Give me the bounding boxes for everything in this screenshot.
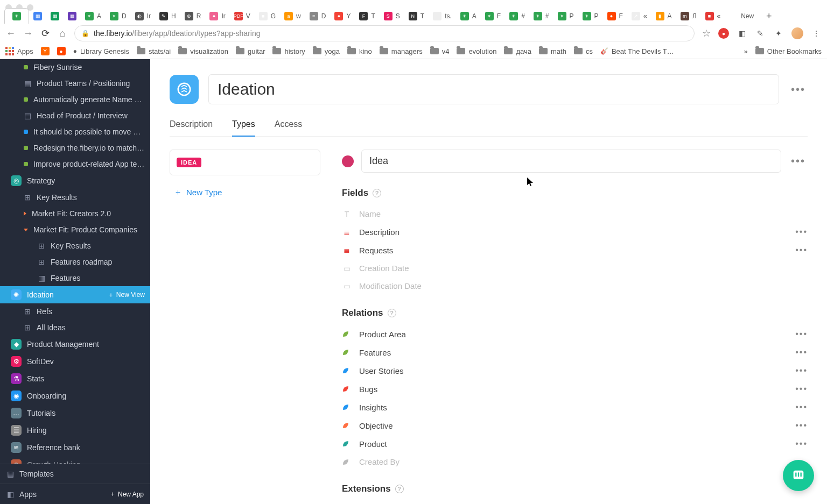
browser-tab[interactable]: ✴# xyxy=(505,9,529,24)
sidebar-item[interactable]: ▥Features xyxy=(0,270,150,286)
sidebar-item[interactable]: Fibery Sunrise xyxy=(0,59,150,75)
bookmark-item[interactable]: guitar xyxy=(236,47,265,55)
browser-tab[interactable]: mЛ xyxy=(676,9,701,24)
browser-tab[interactable]: NT xyxy=(404,9,429,24)
sidebar-item[interactable]: ⊕Growth Hacking xyxy=(0,456,150,464)
browser-tab[interactable]: ▦ xyxy=(64,9,81,24)
browser-tab[interactable]: ✴# xyxy=(529,9,553,24)
browser-tab[interactable]: ✴A xyxy=(81,9,106,24)
sidebar-item[interactable]: ◆Product Management xyxy=(0,336,150,353)
browser-tab[interactable]: ◐Ir xyxy=(131,9,155,24)
relation-row[interactable]: Features••• xyxy=(342,343,808,361)
help-icon[interactable]: ? xyxy=(388,309,396,317)
sidebar-item[interactable]: ≋Reference bank xyxy=(0,439,150,456)
adblock-icon[interactable]: ● xyxy=(718,28,729,39)
browser-tab[interactable]: ↗« xyxy=(627,9,651,24)
sidebar-item[interactable]: ⊞Features roadmap xyxy=(0,254,150,270)
bookmark-item[interactable]: cs xyxy=(574,47,593,55)
browser-tab[interactable]: ●Y xyxy=(330,9,355,24)
browser-tab[interactable]: ■« xyxy=(701,9,725,24)
bookmark-item[interactable]: дача xyxy=(504,47,531,55)
browser-tab[interactable]: ⊛R xyxy=(180,9,206,24)
relation-row[interactable]: Bugs••• xyxy=(342,380,808,398)
bookmark-item[interactable]: 🎸Beat The Devils T… xyxy=(600,47,674,55)
browser-tab[interactable]: ✴P xyxy=(578,9,603,24)
help-icon[interactable]: ? xyxy=(373,189,381,197)
app-icon[interactable] xyxy=(170,75,199,104)
bookmark-item[interactable]: v4 xyxy=(430,47,450,55)
relation-more-button[interactable]: ••• xyxy=(795,366,808,375)
browser-tab[interactable]: ≡D xyxy=(305,9,331,24)
bookmarks-overflow[interactable]: » xyxy=(744,47,748,55)
field-row[interactable]: ≣Requests••• xyxy=(342,241,808,259)
relation-more-button[interactable]: ••• xyxy=(795,347,808,357)
bookmark-item[interactable]: evolution xyxy=(457,47,496,55)
browser-tab[interactable]: ✴A xyxy=(456,9,481,24)
app-title-input[interactable]: Ideation xyxy=(208,74,779,104)
relation-row[interactable]: Product••• xyxy=(342,435,808,453)
sidebar-item[interactable]: Improve product-related App te… xyxy=(0,156,150,172)
sidebar-item[interactable]: ◉Onboarding xyxy=(0,387,150,404)
browser-tab[interactable]: SS xyxy=(380,9,404,24)
browser-tab[interactable]: FT xyxy=(355,9,379,24)
home-button[interactable]: ⌂ xyxy=(57,28,68,39)
relation-row[interactable]: Product Area••• xyxy=(342,325,808,343)
type-card[interactable]: IDEA xyxy=(170,150,320,175)
sidebar-item[interactable]: It should be possible to move Vi… xyxy=(0,124,150,140)
new-app-button[interactable]: ＋New App xyxy=(109,489,144,499)
new-tab-button[interactable]: + xyxy=(761,9,776,24)
type-more-button[interactable]: ••• xyxy=(789,153,808,169)
bookmark-item[interactable]: Y xyxy=(41,47,50,55)
help-icon[interactable]: ? xyxy=(395,485,404,493)
url-field[interactable]: 🔒 the.fibery.io/fibery/app/Ideation/type… xyxy=(74,25,695,41)
browser-tab[interactable]: PDFV xyxy=(230,9,255,24)
main-tab[interactable]: Access xyxy=(275,115,303,136)
reload-button[interactable]: ⟳ xyxy=(40,27,51,39)
bookmark-item[interactable]: managers xyxy=(380,47,423,55)
new-type-button[interactable]: ＋ New Type xyxy=(170,184,320,201)
browser-tab[interactable]: ts. xyxy=(429,9,456,24)
bookmark-item[interactable]: math xyxy=(539,47,566,55)
field-row[interactable]: TName xyxy=(342,205,808,223)
browser-tab[interactable]: New xyxy=(725,9,758,24)
sidebar-item[interactable]: ◎Strategy xyxy=(0,172,150,189)
field-more-button[interactable]: ••• xyxy=(795,227,808,237)
relation-row[interactable]: Objective••• xyxy=(342,416,808,435)
back-button[interactable]: ← xyxy=(5,28,16,39)
extension-icon[interactable]: ◧ xyxy=(737,28,747,39)
sidebar-item[interactable]: ⊞Refs xyxy=(0,303,150,320)
browser-tab[interactable]: ✴F xyxy=(481,9,505,24)
browser-tab[interactable]: ■G xyxy=(255,9,280,24)
browser-tab[interactable]: ▦ xyxy=(29,9,46,24)
browser-tab[interactable]: ●F xyxy=(603,9,627,24)
sidebar-item[interactable]: ⊞Key Results xyxy=(0,238,150,254)
sidebar-templates[interactable]: ▦ Templates xyxy=(0,464,150,484)
relation-row[interactable]: User Stories••• xyxy=(342,361,808,380)
bookmark-item[interactable]: ●Library Genesis xyxy=(73,47,129,55)
sidebar-item[interactable]: Automatically generate Name u… xyxy=(0,91,150,108)
browser-tab[interactable]: aw xyxy=(280,9,305,24)
sidebar-item[interactable]: ▤Product Teams / Positioning xyxy=(0,75,150,91)
sidebar-item[interactable]: ⊞Key Results xyxy=(0,189,150,205)
bookmark-item[interactable]: ● xyxy=(57,47,66,55)
relation-row[interactable]: Created By xyxy=(342,453,808,471)
bookmark-item[interactable]: visualization xyxy=(178,47,228,55)
sidebar-item[interactable]: ⚗Stats xyxy=(0,370,150,387)
sidebar-item[interactable]: Redesign the.fibery.io to match … xyxy=(0,140,150,156)
type-color-swatch[interactable] xyxy=(342,155,354,167)
other-bookmarks[interactable]: Other Bookmarks xyxy=(755,47,822,55)
profile-avatar[interactable] xyxy=(791,27,803,39)
browser-tab[interactable]: ✴P xyxy=(553,9,578,24)
puzzle-icon[interactable]: ✦ xyxy=(773,28,784,39)
relation-more-button[interactable]: ••• xyxy=(795,439,808,449)
new-view-button[interactable]: ＋New View xyxy=(108,290,145,300)
menu-icon[interactable]: ⋮ xyxy=(811,28,822,39)
eyedropper-icon[interactable]: ✎ xyxy=(755,28,766,39)
relation-more-button[interactable]: ••• xyxy=(795,421,808,430)
sidebar-item[interactable]: …Tutorials xyxy=(0,404,150,422)
relation-more-button[interactable]: ••• xyxy=(795,402,808,412)
sidebar-apps[interactable]: ◧ Apps ＋New App xyxy=(0,484,150,504)
browser-tab[interactable]: ✴ xyxy=(4,8,29,24)
sidebar-item[interactable]: ▤Head of Product / Interview xyxy=(0,108,150,124)
relation-more-button[interactable]: ••• xyxy=(795,384,808,394)
